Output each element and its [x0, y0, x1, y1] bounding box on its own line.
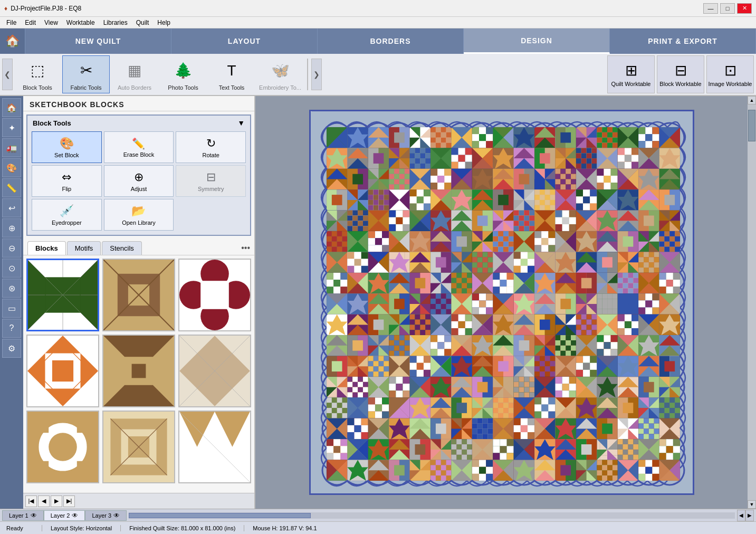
layer-2-tab[interactable]: Layer 2 👁: [44, 510, 85, 521]
close-button[interactable]: ✕: [737, 3, 752, 14]
block-thumb-6[interactable]: [178, 335, 251, 407]
sidebar-question-icon[interactable]: ?: [2, 319, 21, 338]
tab-blocks[interactable]: Blocks: [27, 241, 66, 255]
block-thumb-7[interactable]: [26, 411, 99, 483]
sidebar-star-icon[interactable]: ✦: [2, 118, 21, 137]
panel-footer: |◀ ◀ ▶ ▶|: [23, 493, 254, 509]
embroidery-label: Embroidery To...: [259, 84, 301, 91]
adjust-button[interactable]: ⊕ Adjust: [104, 165, 174, 197]
block-worktable-button[interactable]: ⊟ Block Worktable: [657, 55, 704, 93]
scroll-up-button[interactable]: ▲: [748, 96, 756, 104]
toolbar: ❮ ⬚ Block Tools✂ Fabric Tools▦ Auto Bord…: [0, 54, 756, 96]
svg-point-43: [49, 433, 77, 461]
minimize-button[interactable]: —: [703, 3, 718, 14]
layer-1-eye[interactable]: 👁: [31, 512, 37, 519]
eyedropper-button[interactable]: 💉 Eyedropper: [32, 199, 102, 231]
maximize-button[interactable]: □: [720, 3, 735, 14]
sidebar-zoom-in-icon[interactable]: ⊕: [2, 218, 21, 237]
set-block-button[interactable]: 🎨 Set Block: [32, 131, 102, 163]
text-tools-button[interactable]: T Text Tools: [208, 55, 255, 93]
sidebar-zoom-actual-icon[interactable]: ⊛: [2, 279, 21, 298]
tab-new-quilt[interactable]: NEW QUILT: [25, 28, 171, 54]
image-worktable-button[interactable]: ⊡ Image Worktable: [706, 55, 754, 93]
scroll-thumb[interactable]: [748, 110, 755, 141]
menu-item-view[interactable]: View: [40, 18, 62, 27]
block-thumb-3[interactable]: [178, 259, 251, 331]
svg-rect-83: [327, 143, 346, 163]
symmetry-label: Symmetry: [198, 186, 224, 192]
home-button[interactable]: 🏠: [0, 28, 25, 54]
menu-item-help[interactable]: Help: [153, 18, 175, 27]
flip-button[interactable]: ⇔ Flip: [32, 165, 102, 197]
nav-first-button[interactable]: |◀: [25, 495, 37, 507]
nav-last-button[interactable]: ▶|: [63, 495, 75, 507]
nav-prev-button[interactable]: ◀: [38, 495, 50, 507]
eyedropper-label: Eyedropper: [52, 220, 82, 226]
content-tabs: Blocks Motifs Stencils •••: [23, 239, 254, 255]
layer-scroll[interactable]: [129, 512, 735, 519]
menu-item-libraries[interactable]: Libraries: [99, 18, 132, 27]
tab-stencils[interactable]: Stencils: [102, 241, 142, 255]
block-tools-header: Block Tools ▼: [30, 118, 248, 129]
photo-tools-button[interactable]: 🌲 Photo Tools: [159, 55, 207, 93]
layer-2-eye[interactable]: 👁: [72, 512, 78, 519]
adjust-icon: ⊕: [134, 170, 143, 184]
sidebar-home-icon[interactable]: 🏠: [2, 98, 21, 117]
toolbar-left-arrow[interactable]: ❮: [2, 59, 13, 90]
block-thumb-8[interactable]: [102, 411, 175, 483]
svg-rect-44: [27, 412, 49, 433]
layer-3-tab[interactable]: Layer 3 👁: [85, 510, 127, 521]
block-thumb-9[interactable]: [178, 411, 251, 483]
block-thumb-5[interactable]: [102, 335, 175, 407]
block-tools-button[interactable]: ⬚ Block Tools: [14, 55, 61, 93]
sidebar-truck-icon[interactable]: 🚛: [2, 138, 21, 157]
menu-item-edit[interactable]: Edit: [21, 18, 40, 27]
quilt-canvas[interactable]: [309, 110, 694, 495]
sidebar-zoom-out-icon[interactable]: ⊖: [2, 239, 21, 258]
open-library-button[interactable]: 📂 Open Library: [104, 199, 174, 231]
svg-rect-91: [483, 143, 502, 163]
photo-tools-icon: 🌲: [170, 58, 196, 83]
sidebar-palette-icon[interactable]: 🎨: [2, 158, 21, 177]
tab-bar: 🏠 NEW QUILTLAYOUTBORDERSDESIGNPRINT & EX…: [0, 28, 756, 54]
toolbar-right-arrow[interactable]: ❯: [311, 59, 322, 90]
sidebar-select-icon[interactable]: ▭: [2, 299, 21, 318]
block-thumb-2[interactable]: [102, 259, 175, 331]
tab-design[interactable]: DESIGN: [464, 28, 610, 54]
scroll-down-button[interactable]: ▼: [748, 500, 756, 509]
open-library-label: Open Library: [122, 220, 156, 226]
block-thumb-1[interactable]: [26, 259, 99, 331]
sidebar-undo-icon[interactable]: ↩: [2, 198, 21, 217]
window-controls: — □ ✕: [703, 3, 752, 14]
sidebar-zoom-fit-icon[interactable]: ⊙: [2, 259, 21, 278]
scroll-track[interactable]: [748, 104, 756, 500]
erase-block-button[interactable]: ✏️ Erase Block: [104, 131, 174, 163]
rotate-button[interactable]: ↻ Rotate: [176, 131, 246, 163]
sidebar-settings-icon[interactable]: ⚙: [2, 339, 21, 358]
sidebar-ruler-icon[interactable]: 📏: [2, 178, 21, 197]
tab-more-button[interactable]: •••: [241, 243, 250, 253]
tab-layout[interactable]: LAYOUT: [171, 28, 318, 54]
svg-rect-27: [52, 360, 73, 382]
open-library-icon: 📂: [131, 204, 146, 218]
menu-item-quilt[interactable]: Quilt: [132, 18, 154, 27]
tab-motifs[interactable]: Motifs: [67, 241, 101, 255]
block-thumb-4[interactable]: [26, 335, 99, 407]
layer-scroll-thumb[interactable]: [129, 513, 311, 518]
status-bar: Ready Layout Style: Horizontal Finished …: [0, 521, 756, 534]
quilt-worktable-button[interactable]: ⊞ Quilt Worktable: [607, 55, 655, 93]
canvas-vertical-scrollbar[interactable]: ▲ ▼: [748, 96, 756, 509]
tab-borders[interactable]: BORDERS: [318, 28, 464, 54]
menu-item-file[interactable]: File: [2, 18, 21, 27]
erase-block-label: Erase Block: [123, 151, 155, 158]
tab-print-&-export[interactable]: PRINT & EXPORT: [610, 28, 756, 54]
layer-3-eye[interactable]: 👁: [113, 512, 120, 519]
fabric-tools-button[interactable]: ✂ Fabric Tools: [62, 55, 110, 93]
layer-1-tab[interactable]: Layer 1 👁: [2, 510, 44, 521]
text-tools-icon: T: [219, 58, 244, 83]
layer-scroll-right[interactable]: ▶: [745, 510, 754, 521]
menu-item-worktable[interactable]: Worktable: [62, 18, 99, 27]
nav-next-button[interactable]: ▶: [51, 495, 62, 507]
layer-scroll-left[interactable]: ◀: [737, 510, 745, 521]
block-tools-dropdown[interactable]: ▼: [237, 119, 245, 127]
